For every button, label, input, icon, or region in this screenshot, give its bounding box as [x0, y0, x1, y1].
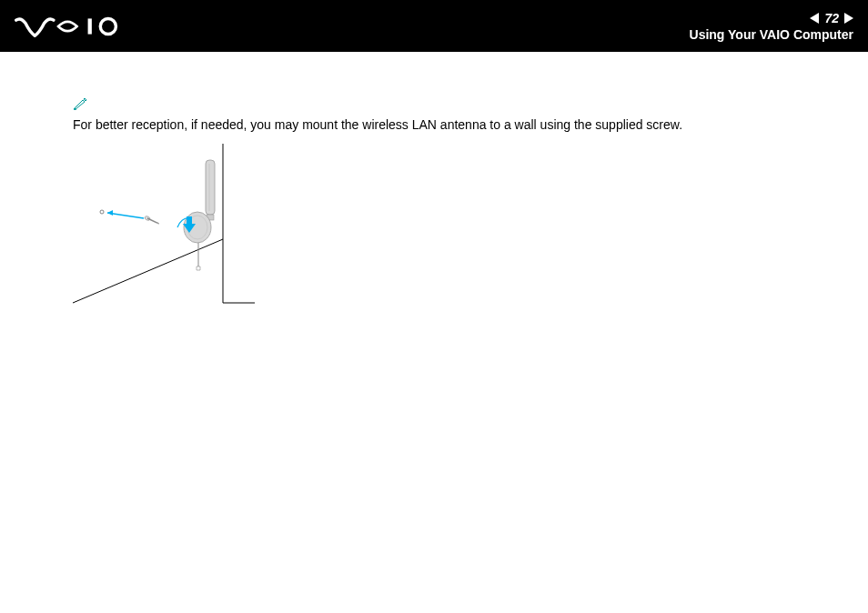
section-title: Using Your VAIO Computer: [690, 27, 853, 42]
antenna-mount-illustration: [73, 144, 795, 311]
note-icon: [73, 97, 795, 113]
page-nav: 72: [810, 11, 853, 25]
header-right: 72 Using Your VAIO Computer: [690, 11, 853, 42]
next-page-button[interactable]: [844, 13, 853, 24]
svg-rect-12: [206, 160, 215, 215]
svg-point-1: [100, 18, 116, 34]
note-text: For better reception, if needed, you may…: [73, 116, 795, 135]
svg-line-2: [73, 239, 223, 303]
svg-rect-0: [88, 18, 92, 34]
svg-marker-11: [107, 210, 113, 216]
page-header: 72 Using Your VAIO Computer: [0, 0, 868, 52]
vaio-logo: [15, 15, 124, 37]
page-number: 72: [824, 11, 839, 25]
prev-page-button[interactable]: [810, 13, 819, 24]
svg-point-5: [100, 210, 104, 214]
page-content: For better reception, if needed, you may…: [0, 52, 868, 357]
